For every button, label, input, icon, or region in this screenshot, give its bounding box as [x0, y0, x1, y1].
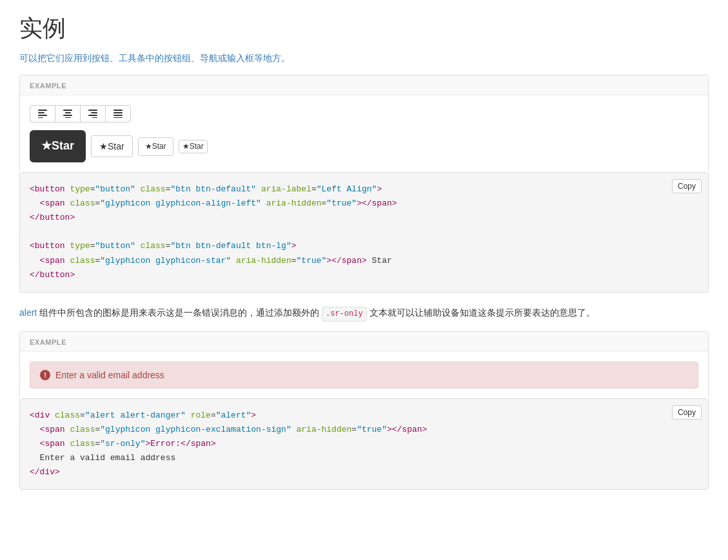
code-tag2: >: [377, 184, 382, 194]
code-span2-attr2: aria-hidden: [231, 256, 291, 266]
desc2-text2: 文本就可以让辅助设备知道这条提示所要表达的意思了。: [367, 307, 595, 318]
star-button-xs[interactable]: ★ Star: [179, 140, 208, 153]
code-span2-string2: "true": [297, 256, 327, 266]
star-button-md[interactable]: ★ Star: [91, 135, 133, 157]
code-span2-tag: <span: [40, 256, 65, 266]
code-button-close: </button>: [30, 213, 75, 222]
code-string: "button": [95, 184, 135, 194]
code-span-string: "glyphicon glyphicon-align-left": [100, 198, 261, 208]
example-label-1: EXAMPLE: [20, 75, 708, 95]
code-span-string2: "true": [326, 198, 357, 208]
code2-div-close: </div>: [30, 467, 60, 477]
code-string3: "Left Align": [317, 184, 377, 194]
code2-line-3: <span class="sr-only">Error:</span>: [30, 437, 698, 451]
align-right-button[interactable]: [80, 105, 105, 122]
code-line-1: <button type="button" class="btn btn-def…: [30, 182, 698, 197]
exclamation-icon: !: [40, 370, 50, 380]
code2-span2-tag: <span: [40, 439, 65, 449]
code2-span2-attr: class: [65, 439, 95, 449]
star-icon-xs: ★: [182, 141, 190, 152]
star-label-md: Star: [108, 140, 124, 153]
code-attr5: class: [135, 241, 166, 251]
code2-span1-tag: <span: [40, 425, 65, 434]
code-span-attr: class: [65, 198, 95, 208]
align-button-toolbar: [30, 105, 698, 122]
code2-span2-close: >Error:</span>: [145, 439, 215, 449]
code-line-4: <button type="button" class="btn btn-def…: [30, 239, 698, 253]
code2-span1-string2: "true": [357, 425, 387, 434]
code-span2-close: ></span>: [326, 256, 366, 266]
code2-span1-string: "glyphicon glyphicon-exclamation-sign": [100, 425, 291, 434]
code2-tag1-close: >: [251, 410, 256, 420]
code2-line-4: Enter a valid email address: [30, 451, 698, 465]
star-icon-md: ★: [99, 140, 108, 153]
code-line-6: </button>: [30, 268, 698, 282]
code-span2-attr: class: [65, 256, 95, 266]
code-line-5: <span class="glyphicon glyphicon-star" a…: [30, 254, 698, 268]
align-left-icon: [38, 110, 47, 118]
code2-attr2: role: [186, 410, 211, 420]
code2-line-1: <div class="alert alert-danger" role="al…: [30, 409, 698, 423]
code-attr3: aria-label: [256, 184, 311, 194]
star-label-xs: Star: [190, 141, 204, 152]
star-button-lg[interactable]: ★ Star: [30, 130, 86, 162]
code-button2-close: </button>: [30, 270, 75, 280]
star-button-sm[interactable]: ★ Star: [138, 137, 173, 156]
align-btn-group: [30, 105, 131, 122]
section-description-2: alert 组件中所包含的图标是用来表示这是一条错误消息的，通过添加额外的 .s…: [19, 305, 709, 322]
code2-span2-string: "sr-only": [100, 439, 145, 449]
code2-line-5: </div>: [30, 465, 698, 479]
code-span-close: ></span>: [357, 198, 397, 208]
alert-danger-box: ! Enter a valid email address: [30, 362, 698, 389]
code-tag3: <button: [30, 241, 65, 251]
code2-string1: "alert alert-danger": [85, 410, 186, 420]
example-box-2: EXAMPLE ! Enter a valid email address: [19, 331, 709, 399]
code-string4: "button": [95, 241, 135, 251]
code-block-2: Copy <div class="alert alert-danger" rol…: [19, 399, 709, 490]
code2-span1-attr: class: [65, 425, 95, 434]
page-title: 实例: [19, 13, 709, 44]
star-buttons-row: ★ Star ★ Star ★ Star ★ Star: [30, 130, 698, 162]
align-left-button[interactable]: [30, 105, 55, 122]
star-label-sm: Star: [152, 141, 166, 152]
code2-span1-close: ></span>: [387, 425, 427, 434]
example-content-2: ! Enter a valid email address: [20, 352, 708, 398]
code2-string2: "alert": [216, 410, 251, 420]
align-right-icon: [88, 110, 97, 118]
code2-span1-attr2: aria-hidden: [291, 425, 352, 434]
example-label-2: EXAMPLE: [20, 332, 708, 352]
example-content-1: ★ Star ★ Star ★ Star ★ Star: [20, 95, 708, 172]
code2-line-2: <span class="glyphicon glyphicon-exclama…: [30, 423, 698, 437]
code2-attr1: class: [50, 410, 80, 420]
code-attr4: type: [65, 241, 90, 251]
code-attr2: class: [135, 184, 166, 194]
subtitle-link[interactable]: 可以把它们应用到按钮、工具条中的按钮组、导航或输入框等地方。: [19, 53, 290, 63]
align-justify-icon: [113, 110, 123, 118]
subtitle: 可以把它们应用到按钮、工具条中的按钮组、导航或输入框等地方。: [19, 51, 709, 65]
code-line-2: <span class="glyphicon glyphicon-align-l…: [30, 197, 698, 211]
code-line-3: </button>: [30, 211, 698, 225]
align-center-icon: [63, 110, 72, 118]
code-string5: "btn btn-default btn-lg": [170, 241, 291, 251]
code-span-attr2: aria-hidden: [261, 198, 322, 208]
copy-button-1[interactable]: Copy: [672, 179, 702, 193]
code-attr: type: [65, 184, 90, 194]
code-tag: <button: [30, 184, 65, 194]
star-label-lg: Star: [52, 138, 74, 155]
align-center-button[interactable]: [55, 105, 80, 122]
code-string2: "btn btn-default": [170, 184, 256, 194]
copy-button-2[interactable]: Copy: [672, 405, 702, 420]
example-box-1: EXAMPLE: [19, 75, 709, 173]
star-icon-lg: ★: [41, 138, 52, 155]
sr-only-badge: .sr-only: [322, 307, 367, 322]
code-block-1: Copy <button type="button" class="btn bt…: [19, 173, 709, 293]
alert-text: Enter a valid email address: [55, 370, 164, 380]
align-justify-button[interactable]: [105, 105, 131, 122]
code-span2-string: "glyphicon glyphicon-star": [100, 256, 231, 266]
star-icon-sm: ★: [145, 141, 152, 152]
code-span-tag: <span: [40, 198, 65, 208]
code2-tag1: <div: [30, 410, 50, 420]
desc2-text1: 组件中所包含的图标是用来表示这是一条错误消息的，通过添加额外的: [37, 307, 322, 318]
code-tag4: >: [291, 241, 297, 251]
alert-link[interactable]: alert: [19, 307, 37, 318]
